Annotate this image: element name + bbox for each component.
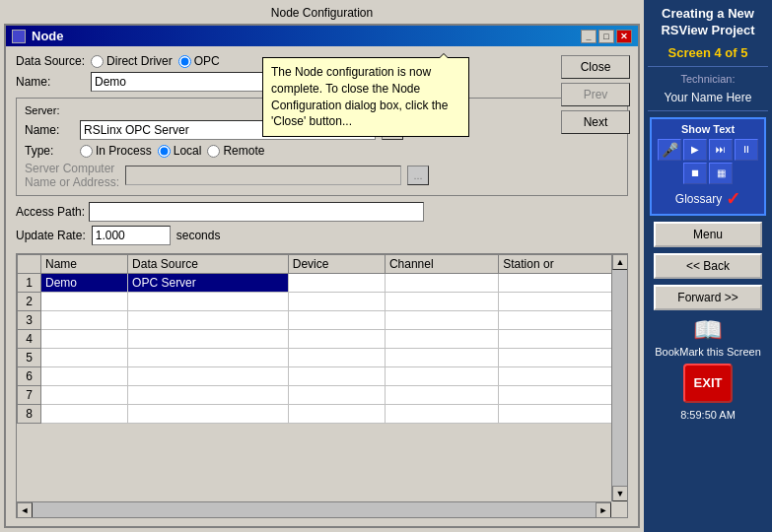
row-device[interactable] <box>288 405 385 424</box>
panel-screen-info: Screen 4 of 5 <box>668 45 748 60</box>
window-close-button[interactable]: ✕ <box>616 30 632 43</box>
row-channel[interactable] <box>385 274 498 293</box>
row-channel[interactable] <box>385 293 498 311</box>
close-button[interactable]: Close <box>561 55 630 79</box>
row-station[interactable] <box>499 330 627 349</box>
update-rate-label: Update Rate: <box>16 229 86 242</box>
direct-driver-radio-item[interactable]: Direct Driver <box>91 54 173 68</box>
row-channel[interactable] <box>385 330 498 349</box>
back-button[interactable]: << Back <box>654 253 762 279</box>
row-name[interactable] <box>41 367 128 386</box>
row-name[interactable] <box>41 405 128 424</box>
remote-radio[interactable] <box>207 145 220 158</box>
exit-button[interactable]: EXIT <box>683 364 733 403</box>
media-controls: 🎤 ▶ ⏭ ⏸ ⏹ ▦ <box>656 139 760 184</box>
row-name[interactable] <box>41 386 128 405</box>
row-device[interactable] <box>288 330 385 349</box>
local-radio[interactable] <box>158 145 171 158</box>
opc-radio[interactable] <box>178 55 191 68</box>
table-row[interactable]: 7 <box>18 386 627 405</box>
scroll-up-button[interactable]: ▲ <box>612 254 628 270</box>
minimize-button[interactable]: _ <box>581 30 597 43</box>
row-device[interactable] <box>288 274 385 293</box>
row-channel[interactable] <box>385 386 498 405</box>
table-row[interactable]: 8 <box>18 405 627 424</box>
row-datasource[interactable] <box>128 386 289 405</box>
menu-button[interactable]: Menu <box>654 222 762 247</box>
server-address-browse-button: ... <box>407 166 429 185</box>
in-process-radio[interactable] <box>80 145 93 158</box>
table-row[interactable]: 5 <box>18 349 627 367</box>
row-name[interactable] <box>41 330 128 349</box>
row-datasource[interactable] <box>128 349 289 367</box>
main-area: Node Configuration Node _ □ ✕ The Node c… <box>0 0 644 532</box>
access-path-input[interactable] <box>89 202 424 222</box>
row-datasource[interactable]: OPC Server <box>128 274 289 293</box>
node-window: Node _ □ ✕ The Node configuration is now… <box>4 24 640 528</box>
col-datasource-header: Data Source <box>128 255 289 274</box>
pause-button[interactable]: ⏸ <box>735 139 758 161</box>
title-controls: _ □ ✕ <box>581 30 632 43</box>
row-channel[interactable] <box>385 311 498 330</box>
table-row[interactable]: 3 <box>18 311 627 330</box>
remote-radio-item[interactable]: Remote <box>207 144 264 158</box>
row-channel[interactable] <box>385 405 498 424</box>
row-number: 2 <box>18 293 41 311</box>
col-num-header <box>18 255 41 274</box>
row-name[interactable] <box>41 311 128 330</box>
row-channel[interactable] <box>385 367 498 386</box>
restore-button[interactable]: □ <box>598 30 614 43</box>
row-name[interactable]: Demo <box>41 274 128 293</box>
row-station[interactable] <box>499 386 627 405</box>
row-datasource[interactable] <box>128 330 289 349</box>
horizontal-scrollbar[interactable]: ◄ ► <box>17 501 611 517</box>
row-device[interactable] <box>288 311 385 330</box>
microphone-button[interactable]: 🎤 <box>658 139 681 161</box>
row-datasource[interactable] <box>128 367 289 386</box>
row-station[interactable] <box>499 405 627 424</box>
stop-button[interactable]: ⏹ <box>683 163 707 184</box>
table-row[interactable]: 6 <box>18 367 627 386</box>
row-name[interactable] <box>41 349 128 367</box>
scroll-right-button[interactable]: ► <box>596 502 611 518</box>
row-name[interactable] <box>41 293 128 311</box>
action-buttons: Close Prev Next <box>561 55 630 134</box>
opc-radio-item[interactable]: OPC <box>178 54 220 68</box>
row-datasource[interactable] <box>128 311 289 330</box>
grid-button[interactable]: ▦ <box>709 163 733 184</box>
name-label: Name: <box>16 75 85 89</box>
row-station[interactable] <box>499 311 627 330</box>
direct-driver-radio[interactable] <box>91 55 104 68</box>
window-title-text: Node Configuration <box>271 6 373 20</box>
row-device[interactable] <box>288 386 385 405</box>
update-rate-input[interactable] <box>92 226 171 245</box>
row-device[interactable] <box>288 293 385 311</box>
table-row[interactable]: 1 Demo OPC Server <box>18 274 627 293</box>
vertical-scrollbar[interactable]: ▲ ▼ <box>611 254 627 501</box>
bookmark-icon: 📖 <box>693 316 723 344</box>
row-device[interactable] <box>288 367 385 386</box>
forward-button[interactable]: Forward >> <box>654 285 762 310</box>
scroll-left-button[interactable]: ◄ <box>17 502 33 518</box>
node-title-text: Node <box>32 29 64 43</box>
table-row[interactable]: 2 <box>18 293 627 311</box>
row-device[interactable] <box>288 349 385 367</box>
row-datasource[interactable] <box>128 293 289 311</box>
local-radio-item[interactable]: Local <box>158 144 202 158</box>
table-row[interactable]: 4 <box>18 330 627 349</box>
row-number: 6 <box>18 367 41 386</box>
fast-forward-button[interactable]: ⏭ <box>709 139 733 161</box>
row-station[interactable] <box>499 293 627 311</box>
next-button[interactable]: Next <box>561 110 630 134</box>
scroll-down-button[interactable]: ▼ <box>612 486 628 501</box>
in-process-radio-item[interactable]: In Process <box>80 144 152 158</box>
row-station[interactable] <box>499 367 627 386</box>
col-station-header: Station or <box>499 255 627 274</box>
name-input[interactable] <box>91 72 288 92</box>
row-channel[interactable] <box>385 349 498 367</box>
prev-button[interactable]: Prev <box>561 83 630 106</box>
row-station[interactable] <box>499 274 627 293</box>
play-button[interactable]: ▶ <box>683 139 707 161</box>
row-datasource[interactable] <box>128 405 289 424</box>
row-station[interactable] <box>499 349 627 367</box>
